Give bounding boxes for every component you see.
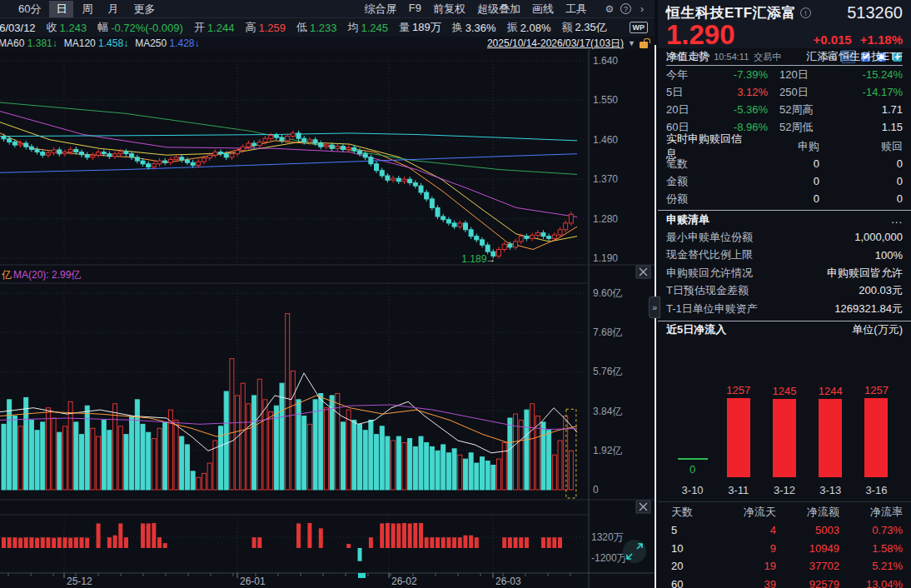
realtime-section-header: 实时申购赎回信息 申购 赎回: [666, 137, 903, 155]
trading-app-window: 60分日周月更多 综合屏F9前复权超级叠加画线工具 ⚙ ? › 26/03/12…: [0, 0, 911, 588]
quote-field: 高1.259: [245, 20, 286, 35]
nav-row: 今年-7.39%120日-15.24%: [666, 66, 903, 83]
realtime-row: 笔数00: [666, 155, 903, 172]
list-row: 现金替代比例上限100%: [666, 247, 903, 265]
last-price: 1.290: [666, 21, 735, 49]
info-icon[interactable]: !: [800, 7, 811, 18]
flow-row: 2019377025.21%: [666, 557, 903, 576]
close-indicator-pane-button[interactable]: [636, 501, 650, 513]
help-icon[interactable]: ?: [620, 3, 631, 14]
period-tab-月[interactable]: 月: [101, 1, 125, 17]
nav-row: 20日-5.36%52周高1.71: [666, 101, 903, 118]
volume-ma5-legend: 亿: [1, 269, 12, 281]
expand-pane-icon[interactable]: [623, 540, 646, 563]
inflow-section-header: 近5日净流入 单位(万元): [666, 321, 903, 339]
inflow-date-label: 3-16: [854, 484, 899, 496]
inflow-bar-3-13: 1244: [808, 351, 854, 477]
list-section-header: 申赎清单 ...: [666, 211, 903, 228]
inflow-bar-3-12: 1245: [761, 351, 807, 477]
ma-legend-MA250: MA250 1.428↓: [137, 37, 199, 49]
panel-collapse-handle[interactable]: »: [649, 296, 660, 318]
inflow-bar-3-10: 0: [670, 351, 715, 477]
period-tab-更多[interactable]: 更多: [127, 1, 162, 17]
quote-field: 幅-0.72%(-0.009): [97, 20, 183, 35]
list-row: T日预估现金差额200.03元: [666, 282, 903, 301]
svg-text:1.280: 1.280: [593, 213, 618, 225]
svg-text:→: →: [485, 253, 495, 265]
flow-table: 天数净流天净流额净流率 5450030.73%109109491.58%2019…: [658, 504, 911, 588]
svg-text:3.84亿: 3.84亿: [593, 406, 622, 417]
svg-text:1.370: 1.370: [593, 173, 618, 185]
toolbar-menu-F9[interactable]: F9: [403, 1, 427, 17]
ma-legend-bar: MA60 1.381↓MA120 1.458↓MA250 1.428↓ 2025…: [0, 37, 655, 50]
flow-row: 60399257913.04%: [666, 576, 903, 588]
realtime-row: 份额00: [666, 190, 903, 207]
unlock-icon[interactable]: [640, 42, 648, 48]
quote-field: 换3.36%: [452, 20, 496, 35]
svg-text:5.76亿: 5.76亿: [593, 366, 622, 377]
period-tab-日[interactable]: 日: [49, 1, 73, 17]
kline-chart-area[interactable]: 1.6401.5501.4601.3701.2801.1901.189→亿MA(…: [0, 50, 655, 588]
inflow-bar-chart: 01257124512441257: [666, 351, 903, 477]
realtime-row: 金额00: [666, 172, 903, 190]
price-change: +0.015: [813, 32, 851, 47]
svg-text:7.68亿: 7.68亿: [593, 326, 622, 338]
stock-header: 恒生科技ETF汇添富 ! 513260 1.290 +0.015 +1.18% …: [658, 0, 911, 48]
quote-bar: 26/03/12 收1.243幅-0.72%(-0.009)开1.244高1.2…: [0, 18, 655, 37]
inflow-date-label: 3-13: [808, 484, 854, 496]
quote-field: 开1.244: [194, 20, 235, 35]
svg-text:25-12: 25-12: [67, 576, 92, 587]
svg-text:26-02: 26-02: [391, 576, 417, 587]
quote-field: 量189万: [399, 20, 441, 35]
nav-title[interactable]: 净值走势: [666, 49, 709, 64]
date-range[interactable]: 2025/10/14-2026/03/17(103日): [487, 37, 624, 51]
toolbar-menu-超级叠加[interactable]: 超级叠加: [471, 1, 526, 17]
right-info-panel: 恒生科技ETF汇添富 ! 513260 1.290 +0.015 +1.18% …: [658, 0, 911, 588]
inflow-date-label: 3-10: [670, 484, 715, 496]
quote-field: 额2.35亿: [562, 20, 607, 35]
list-row: T-1日单位申赎资产1269321.84元: [666, 300, 903, 318]
wp-badge-icon[interactable]: WP: [630, 22, 649, 33]
quote-time: 10:54:11: [714, 52, 749, 62]
nav-section-header: 净值走势 汇添富恒生科技ETF: [666, 48, 903, 66]
svg-text:26-01: 26-01: [240, 576, 266, 587]
svg-text:9.60亿: 9.60亿: [593, 287, 622, 299]
list-row: 最小申赎单位份额1,000,000: [666, 228, 903, 247]
inflow-bar-3-16: 1257: [854, 351, 899, 477]
svg-text:1.550: 1.550: [593, 94, 618, 106]
fund-full-name: 汇添富恒生科技ETF: [806, 49, 903, 64]
close-volume-pane-button[interactable]: [636, 266, 650, 278]
price-change-pct: +1.18%: [860, 32, 903, 47]
axis-event-marker: [358, 573, 366, 578]
nav-row: 5日3.12%250日-14.17%: [666, 83, 903, 101]
quote-date: 26/03/12: [0, 22, 36, 34]
svg-text:1.92亿: 1.92亿: [593, 445, 622, 456]
range-caret-icon[interactable]: ▼: [628, 39, 635, 47]
svg-text:1.190: 1.190: [593, 252, 618, 264]
settings-gear-icon[interactable]: ⚙: [602, 3, 617, 15]
list-more-button[interactable]: ...: [891, 213, 903, 226]
flow-col-header: 净流率: [839, 505, 903, 520]
toolbar-menu-工具[interactable]: 工具: [560, 1, 593, 17]
period-tab-周[interactable]: 周: [75, 1, 99, 17]
quote-field: 收1.243: [47, 20, 87, 35]
toolbar-more-chevron-icon[interactable]: ›: [635, 3, 650, 15]
main-toolbar: 60分日周月更多 综合屏F9前复权超级叠加画线工具 ⚙ ? ›: [0, 0, 655, 18]
period-tab-60分[interactable]: 60分: [12, 1, 47, 17]
svg-text:-1200万: -1200万: [591, 552, 627, 564]
volume-ma20-legend: MA(20): 2.99亿: [13, 269, 81, 281]
svg-text:1.460: 1.460: [593, 134, 618, 146]
ma-legend-MA60: MA60 1.381↓: [0, 37, 57, 49]
toolbar-menu-画线[interactable]: 画线: [526, 1, 560, 17]
low-price-label: 1.189: [461, 253, 486, 265]
svg-text:0: 0: [593, 484, 599, 496]
quote-field: 低1.233: [296, 20, 337, 35]
inflow-date-label: 3-12: [761, 484, 807, 496]
flow-col-header: 天数: [666, 505, 713, 520]
toolbar-menu-前复权[interactable]: 前复权: [427, 1, 471, 17]
inflow-date-label: 3-11: [715, 484, 761, 496]
flow-row: 109109491.58%: [666, 540, 903, 558]
toolbar-menu-综合屏[interactable]: 综合屏: [359, 1, 403, 17]
trading-status: 交易中: [754, 51, 781, 63]
svg-text:1.640: 1.640: [593, 55, 618, 67]
